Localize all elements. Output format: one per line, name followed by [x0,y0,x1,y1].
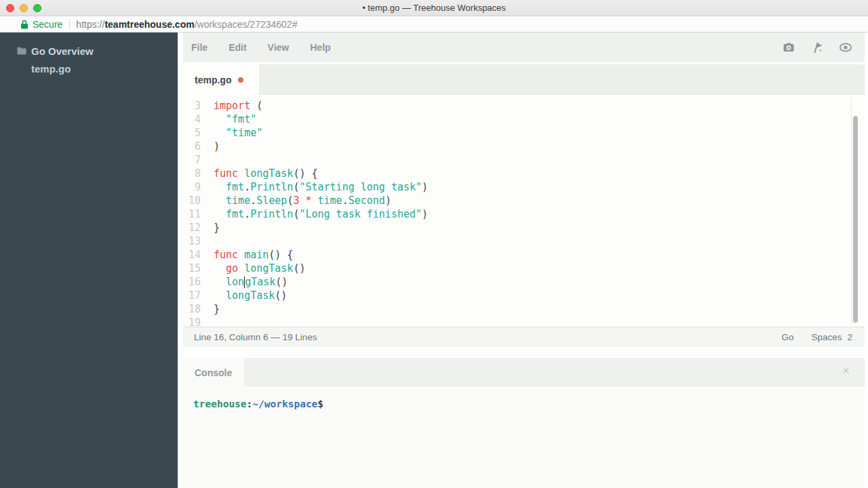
tab-temp-go[interactable]: temp.go [183,64,259,96]
main-area: FileEditViewHelp [178,33,868,488]
menu-item-help[interactable]: Help [310,42,330,53]
line-number: 18 [183,302,203,316]
eye-icon[interactable] [839,41,852,54]
code-line-9[interactable]: 9 fmt.Println("Starting long task") [183,180,865,194]
code-line-14[interactable]: 14func main() { [183,248,865,262]
terminal-prompt: treehouse:~/workspace$ [193,399,323,409]
line-number: 6 [183,140,203,153]
url-scheme: https:// [76,19,104,30]
unsaved-dot-icon [238,77,243,83]
line-number: 17 [183,289,203,302]
code-text: } [203,302,220,316]
code-text: import ( [203,99,262,113]
code-text: func main() { [203,248,293,262]
line-number: 12 [183,221,203,235]
menu-item-file[interactable]: File [191,42,208,53]
code-text: longTask() [203,275,288,289]
camera-icon[interactable] [782,41,795,54]
line-number: 11 [183,207,203,221]
code-line-4[interactable]: 4 "fmt" [183,113,865,126]
code-line-3[interactable]: 3import ( [183,99,865,113]
browser-urlbar[interactable]: Secure https://teamtreehouse.com/workspa… [0,16,868,33]
code-line-7[interactable]: 7 [183,153,865,167]
code-text: ) [203,140,220,153]
code-line-6[interactable]: 6) [183,140,865,153]
line-number: 16 [183,275,203,289]
code-text: "fmt" [203,113,256,126]
line-number: 3 [183,99,203,113]
secure-label: Secure [33,19,62,30]
line-number: 4 [183,113,203,126]
code-lines: 3import (4 "fmt"5 "time"6)78func longTas… [183,99,865,327]
console-tab-label: Console [195,367,232,378]
tree-item-label: Go Overview [31,45,94,57]
line-number: 14 [183,248,203,262]
editor-panel: temp.go 3import (4 "fmt"5 "time"6)78func… [183,64,865,347]
url-domain: teamtreehouse.com [104,19,194,30]
code-line-8[interactable]: 8func longTask() { [183,167,865,180]
scrollbar-thumb[interactable] [853,116,858,323]
code-line-13[interactable]: 13 [183,235,865,248]
indent-setting: Spaces 2 [811,332,852,342]
code-text [203,235,214,248]
url-path: /workspaces/27234602# [195,19,298,30]
fork-icon[interactable] [810,41,824,54]
code-editor[interactable]: 3import (4 "fmt"5 "time"6)78func longTas… [183,95,865,327]
code-line-17[interactable]: 17 longTask() [183,289,865,302]
workspace-page: Go Overviewtemp.go FileEditViewHelp [0,33,868,488]
file-tree-sidebar: Go Overviewtemp.go [0,33,178,488]
urlbar-divider [69,19,70,30]
line-number: 9 [183,180,203,194]
code-line-18[interactable]: 18} [183,302,865,316]
security-chip[interactable]: Secure [0,19,69,30]
code-line-11[interactable]: 11 fmt.Println("Long task finished") [183,207,865,221]
indent-value: 2 [847,332,852,342]
lock-icon [20,20,28,29]
code-line-12[interactable]: 12} [183,221,865,235]
menu-item-edit[interactable]: Edit [229,42,246,53]
editor-scrollbar[interactable] [851,97,859,325]
code-line-19[interactable]: 19 [183,316,865,327]
sidebar-item-temp-go[interactable]: temp.go [0,60,178,77]
code-text: longTask() [203,289,287,302]
menubar-icons [782,41,865,54]
console-header: Console × [183,358,865,386]
file-tree: Go Overviewtemp.go [0,42,178,77]
indent-label: Spaces [811,332,842,342]
code-text: fmt.Println("Starting long task") [203,180,428,194]
line-number: 5 [183,126,203,140]
code-line-10[interactable]: 10 time.Sleep(3 * time.Second) [183,194,865,207]
code-text [203,153,214,167]
tab-console[interactable]: Console [183,358,244,387]
line-number: 13 [183,235,203,248]
window-title: • temp.go — Treehouse Workspaces [0,3,868,13]
cursor-position-label: Line 16, Column 6 — 19 Lines [194,332,317,342]
code-text: go longTask() [203,262,305,275]
menu-item-view[interactable]: View [268,42,290,53]
tree-item-label: temp.go [31,63,71,75]
line-number: 19 [183,316,203,327]
code-text: time.Sleep(3 * time.Second) [203,194,391,207]
console-terminal[interactable]: treehouse:~/workspace$ [183,387,865,488]
code-text: "time" [203,126,262,140]
code-text: func longTask() { [203,167,318,180]
code-line-5[interactable]: 5 "time" [183,126,865,140]
code-text: } [203,221,220,235]
editor-statusbar: Line 16, Column 6 — 19 Lines Go Spaces 2 [183,327,865,347]
code-line-16[interactable]: 16 longTask() [183,275,865,289]
line-number: 8 [183,167,203,180]
line-number: 10 [183,194,203,207]
menubar-items: FileEditViewHelp [191,42,352,53]
folder-icon [16,45,27,56]
language-mode-label: Go [781,332,793,342]
tab-label: temp.go [195,75,231,85]
code-text: fmt.Println("Long task finished") [203,207,428,221]
console-panel: Console × treehouse:~/workspace$ [183,358,865,488]
code-line-15[interactable]: 15 go longTask() [183,262,865,275]
close-icon[interactable]: × [842,363,850,378]
menubar: FileEditViewHelp [183,33,865,62]
line-number: 15 [183,262,203,275]
editor-tabstrip: temp.go [183,64,865,95]
sidebar-item-go-overview[interactable]: Go Overview [0,42,178,60]
line-number: 7 [183,153,203,167]
